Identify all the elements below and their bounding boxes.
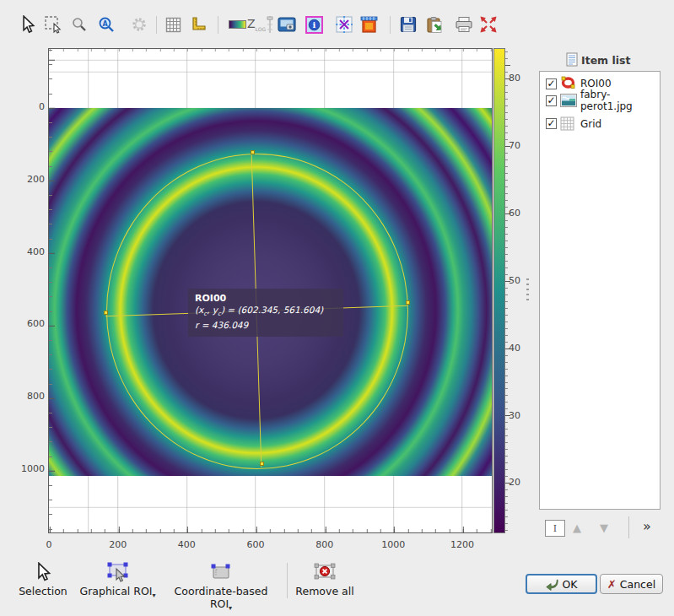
remove-all-icon xyxy=(313,562,337,582)
y-tick-label: 200 xyxy=(17,174,45,185)
item-parameters-button[interactable]: I xyxy=(545,520,565,537)
colorbar-tick-label: 60 xyxy=(509,208,531,219)
x-tick-label: 1200 xyxy=(450,539,474,550)
selection-cursor-icon xyxy=(31,562,55,582)
roi-annotation-radius: r = 436.049 xyxy=(195,320,337,332)
y-tick-label: 800 xyxy=(17,391,45,402)
graphical-roi-icon xyxy=(106,562,130,582)
roi-dialog-window: A ZLOG xyxy=(0,0,674,616)
item-label-image[interactable]: fabry-perot1.jpg xyxy=(580,89,641,112)
image-item-icon xyxy=(560,94,577,107)
colormap-button[interactable] xyxy=(227,14,247,35)
snapshot-button[interactable] xyxy=(277,14,297,35)
item-checkbox-grid[interactable]: ✓ xyxy=(546,118,557,129)
save-icon xyxy=(400,16,417,33)
ok-arrow-icon xyxy=(545,578,558,591)
pointer-icon xyxy=(19,15,36,34)
gear-icon xyxy=(131,16,148,33)
zoom-tool-button[interactable] xyxy=(69,14,89,35)
roi-annotation-label[interactable]: ROI00 (xc, yc) = (602.345, 561.604) r = … xyxy=(188,289,343,337)
dropdown-arrow-icon: ▾ xyxy=(229,604,232,612)
item-label-roi00[interactable]: ROI00 xyxy=(580,78,612,89)
grid-item-icon xyxy=(560,116,574,131)
y-tick-label: 0 xyxy=(17,101,45,112)
panel-splitter-handle[interactable] xyxy=(526,278,529,300)
magnifier-icon xyxy=(71,16,88,33)
settings-gear-button[interactable] xyxy=(129,14,149,35)
item-label-grid[interactable]: Grid xyxy=(580,118,601,130)
copy-clipboard-button[interactable] xyxy=(424,14,445,35)
cross-section-button[interactable] xyxy=(334,14,354,35)
item-list-title: Item list xyxy=(581,54,630,67)
coordinate-roi-button[interactable]: Coordinate-based ROI▾ xyxy=(162,562,280,612)
average-cross-section-button[interactable] xyxy=(359,14,379,35)
grid-icon xyxy=(165,17,181,33)
remove-all-button[interactable]: Remove all xyxy=(291,562,359,597)
colorbar-tick-label: 20 xyxy=(509,477,531,488)
roi-handle-right[interactable] xyxy=(406,300,410,305)
x-axis-major-ticks xyxy=(49,527,492,532)
save-button[interactable] xyxy=(398,14,418,35)
toolbar-separator xyxy=(156,16,157,34)
rectangle-select-tool-button[interactable] xyxy=(43,14,63,35)
axes-ruler-button[interactable] xyxy=(188,14,208,35)
autoscale-zoom-button[interactable]: A xyxy=(96,14,116,35)
roi-handle-left[interactable] xyxy=(104,311,108,315)
cancel-button[interactable]: ✗ Cancel xyxy=(600,574,663,594)
graphical-roi-button[interactable]: Graphical ROI▾ xyxy=(78,562,158,599)
magnifier-a-icon: A xyxy=(98,16,115,33)
colorbar-tick-label: 30 xyxy=(509,410,531,421)
item-checkbox-image[interactable]: ✓ xyxy=(546,95,557,106)
move-item-up-button[interactable]: ▲ xyxy=(567,520,587,535)
pointer-tool-button[interactable] xyxy=(18,14,38,35)
ok-button[interactable]: OK xyxy=(526,574,597,594)
toolbar-separator xyxy=(218,16,218,34)
y-tick-label: 600 xyxy=(17,318,45,329)
plot-canvas[interactable]: ROI00 (xc, yc) = (602.345, 561.604) r = … xyxy=(48,48,493,533)
selection-tool-button[interactable]: Selection xyxy=(12,562,74,597)
move-item-down-button[interactable]: ▼ xyxy=(594,520,614,535)
colormap-icon xyxy=(229,20,246,29)
y-tick-label: 400 xyxy=(17,246,45,257)
roi-item-icon xyxy=(560,76,576,89)
roi-annotation-center: (xc, yc) = (602.345, 561.604) xyxy=(195,305,337,321)
ruler-icon xyxy=(190,16,207,33)
colorbar-tick-label: 70 xyxy=(509,140,531,151)
y-tick-label: 1000 xyxy=(17,463,45,474)
cross-section-icon xyxy=(335,15,353,34)
slider-icon xyxy=(266,14,274,35)
print-button[interactable] xyxy=(454,14,474,35)
fit-to-window-button[interactable] xyxy=(478,14,499,35)
grid-toggle-button[interactable] xyxy=(163,14,183,35)
zlog-scale-button[interactable]: ZLOG xyxy=(246,14,275,35)
snapshot-icon xyxy=(278,16,296,33)
zlog-icon: ZLOG xyxy=(247,17,266,32)
colorbar[interactable] xyxy=(493,48,505,533)
dropdown-arrow-icon: ▾ xyxy=(153,592,156,599)
x-tick-label: 600 xyxy=(247,539,265,550)
item-list[interactable]: ✓ ROI00 ✓ fabry-perot1.jpg ✓ Grid xyxy=(539,71,661,510)
expand-arrows-icon xyxy=(479,15,498,34)
x-tick-label: 0 xyxy=(46,539,52,550)
panel-menu-expander[interactable]: » xyxy=(637,516,657,536)
roi-annotation-title: ROI00 xyxy=(195,293,337,305)
print-icon xyxy=(455,16,473,33)
rectangle-select-icon xyxy=(44,15,62,34)
item-list-icon xyxy=(566,52,578,67)
x-tick-label: 200 xyxy=(109,539,127,550)
clipboard-icon xyxy=(426,16,443,34)
cancel-x-icon: ✗ xyxy=(607,578,617,591)
x-tick-label: 1000 xyxy=(381,539,405,550)
colorbar-tick-label: 40 xyxy=(509,343,531,354)
panel-separator xyxy=(628,516,629,538)
item-checkbox-roi00[interactable]: ✓ xyxy=(546,78,557,89)
coordinate-roi-icon xyxy=(209,562,233,582)
roi-handle-bottom[interactable] xyxy=(260,462,264,466)
toolbar-separator xyxy=(390,16,391,34)
top-axis-minor-ticks xyxy=(49,49,492,51)
x-tick-label: 800 xyxy=(315,539,333,550)
y-axis-major-ticks xyxy=(49,49,55,532)
colorbar-tick-label: 80 xyxy=(509,73,531,84)
roi-handle-top[interactable] xyxy=(251,150,255,154)
contrast-adjustment-button[interactable]: i xyxy=(304,14,324,35)
